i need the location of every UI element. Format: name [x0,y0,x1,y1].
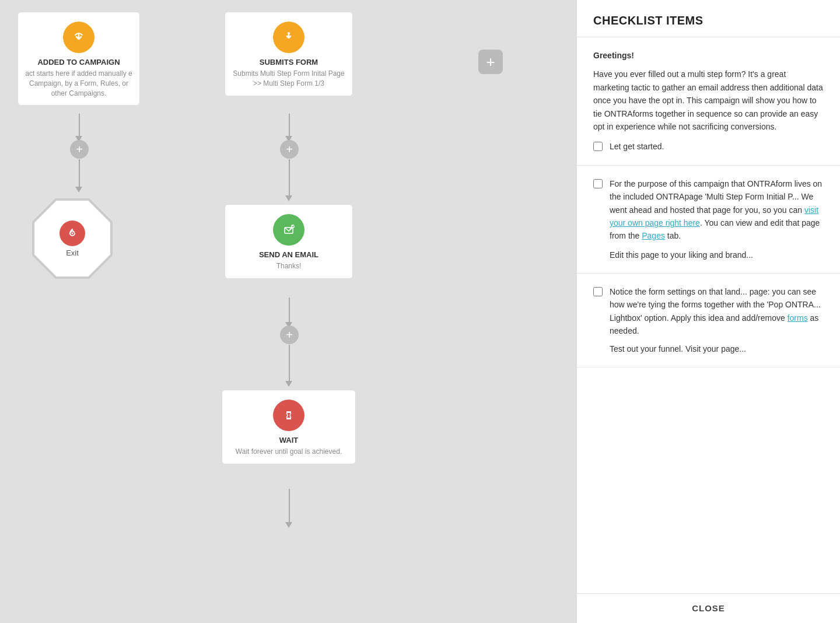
svg-point-1 [72,232,74,234]
arrowhead-4 [285,195,292,201]
add-button-3[interactable]: + [280,326,299,344]
close-button[interactable]: CLOSE [692,603,725,613]
checklist-content: Greetings! Have you ever filled out a mu… [577,37,840,593]
greeting-text: Greetings! [593,49,824,62]
item3-check-row: Notice the form settings on that land...… [593,285,824,355]
item1-para1: Have you ever filled out a multi step fo… [593,68,824,133]
exit-label: Exit [66,249,79,257]
item2-check-row: For the purpose of this campaign that ON… [593,177,824,261]
campaign-canvas: ADDED TO CAMPAIGN act starts here if add… [0,0,576,623]
arrow-1 [79,114,80,137]
add-button-2[interactable]: + [280,140,299,159]
added-to-campaign-title: ADDED TO CAMPAIGN [25,58,132,66]
wait-title: WAIT [229,436,348,444]
item2-link1[interactable]: visit your own page right here [610,205,818,228]
svg-rect-8 [286,411,291,413]
added-to-campaign-icon [63,22,94,53]
arrowhead-2 [75,187,82,192]
item3-para1: Notice the form settings on that land...… [610,285,824,338]
wait-icon [273,400,304,431]
node-send-email[interactable]: SEND AN EMAIL Thanks! [225,204,353,279]
svg-point-4 [281,222,297,238]
add-button-large[interactable]: + [478,50,503,74]
svg-rect-9 [286,418,291,419]
checklist-header: CHECKLIST ITEMS [577,0,840,37]
checklist-title: CHECKLIST ITEMS [593,14,824,27]
item2-body: For the purpose of this campaign that ON… [610,177,824,261]
item3-body: Notice the form settings on that land...… [610,285,824,355]
arrow-3 [289,114,290,137]
item2-link2[interactable]: Pages [642,231,665,240]
checklist-panel: CHECKLIST ITEMS Greetings! Have you ever… [576,0,840,623]
wait-subtitle: Wait forever until goal is achieved. [229,447,348,457]
submits-form-icon [273,22,304,53]
node-added-to-campaign[interactable]: ADDED TO CAMPAIGN act starts here if add… [18,12,140,106]
arrow-6 [289,345,290,383]
send-email-title: SEND AN EMAIL [232,250,345,259]
item3-checkbox[interactable] [593,287,603,296]
item2-para1: For the purpose of this campaign that ON… [610,177,824,243]
item3-para2: Test out your funnel. Visit your page... [610,342,824,355]
node-submits-form[interactable]: Submits Form Submits Multi Step Form Ini… [225,12,353,96]
item1-check-row: Let get started. [593,140,824,153]
item2-checkbox[interactable] [593,179,603,188]
item2-para2: Edit this page to your liking and brand.… [610,249,824,261]
checklist-item-1: Greetings! Have you ever filled out a mu… [577,37,840,166]
arrow-2 [79,159,80,188]
item1-followup: Let get started. [610,140,664,153]
checklist-item-2: For the purpose of this campaign that ON… [577,166,840,274]
send-email-subtitle: Thanks! [232,261,345,271]
arrowhead-7 [285,522,292,528]
svg-point-7 [281,407,297,424]
item1-checkbox[interactable] [593,142,603,151]
node-wait[interactable]: WAIT Wait forever until goal is achieved… [222,390,356,464]
exit-icon [60,220,85,246]
submits-form-subtitle: Submits Multi Step Form Inital Page >> M… [232,69,345,89]
add-button-1[interactable]: + [70,140,89,159]
arrow-5 [289,298,290,324]
svg-point-6 [291,225,295,228]
checklist-footer: CLOSE [577,593,840,623]
send-email-icon [273,214,304,246]
svg-point-3 [288,32,290,34]
arrowhead-6 [285,381,292,387]
added-to-campaign-subtitle: act starts here if added manually e Camp… [25,69,132,98]
checklist-item-3: Notice the form settings on that land...… [577,274,840,368]
arrow-4 [289,159,290,197]
submits-form-title: Submits Form [232,58,345,66]
item3-link1[interactable]: forms [788,313,808,323]
arrow-7 [289,489,290,524]
node-exit[interactable]: Exit [34,201,110,276]
